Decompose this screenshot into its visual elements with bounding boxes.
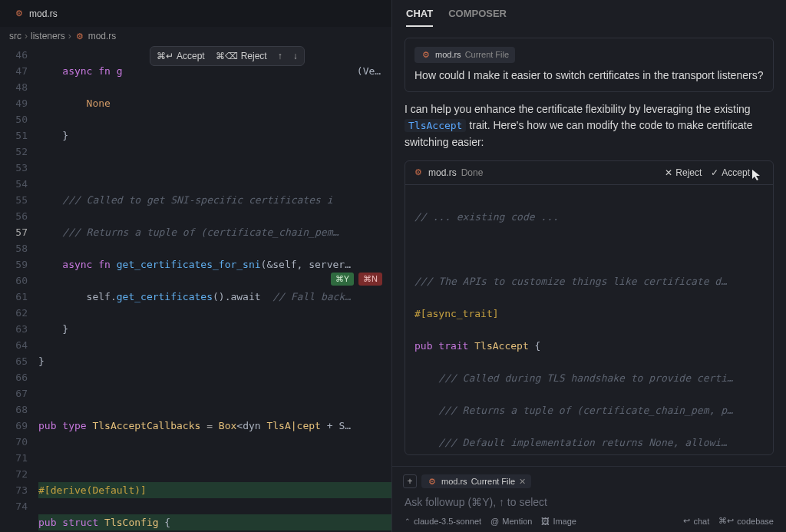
code-editor[interactable]: 46 47 48 49 50 51 52 53 54 55 56 57 58 5… bbox=[0, 45, 391, 532]
inline-diff-toolbar: ⌘↵ Accept ⌘⌫ Reject ↑ ↓ bbox=[150, 46, 305, 66]
editor-tab-bar: ⚙ mod.rs bbox=[0, 0, 391, 27]
code-card-header: ⚙ mod.rs Done ✕ Reject ✓ Accept bbox=[405, 161, 773, 185]
accept-button[interactable]: ✓ Accept bbox=[711, 167, 765, 179]
tab-chat[interactable]: CHAT bbox=[406, 8, 433, 27]
rust-file-icon: ⚙ bbox=[427, 476, 438, 487]
assistant-text: I can help you enhance the certificate f… bbox=[405, 103, 751, 115]
breadcrumb[interactable]: src › listeners › ⚙ mod.rs bbox=[0, 27, 391, 45]
code-card-status: Done bbox=[461, 167, 484, 178]
rust-file-icon: ⚙ bbox=[14, 8, 25, 19]
chat-label: chat bbox=[693, 517, 709, 526]
chat-pane: CHAT COMPOSER ⚙ mod.rs Current File How … bbox=[391, 0, 786, 532]
cursor-icon bbox=[751, 168, 763, 180]
mention-button[interactable]: @ Mention bbox=[490, 517, 532, 526]
accept-label: Accept bbox=[177, 51, 205, 61]
code-text[interactable]: async fn gxxxxxxxxxxxxxxxxxxxxxxxxxxxxxx… bbox=[38, 45, 391, 532]
reject-button[interactable]: ✕ Reject bbox=[665, 167, 702, 178]
codebase-label: codebase bbox=[737, 517, 774, 526]
chevron-right-icon: › bbox=[25, 31, 28, 41]
return-icon: ↩ bbox=[683, 516, 690, 526]
editor-tab[interactable]: ⚙ mod.rs bbox=[6, 4, 65, 24]
assistant-message: I can help you enhance the certificate f… bbox=[405, 101, 774, 151]
chat-tab-bar: CHAT COMPOSER bbox=[392, 0, 786, 27]
chat-body: ⚙ mod.rs Current File How could I make i… bbox=[392, 27, 786, 466]
pill-filename: mod.rs bbox=[435, 48, 461, 61]
code-card-body: // ... existing code ... /// The APIs to… bbox=[405, 185, 773, 455]
accept-button[interactable]: ⌘↵ Accept bbox=[157, 51, 205, 61]
chevron-up-icon: ⌃ bbox=[405, 517, 411, 525]
tab-composer[interactable]: COMPOSER bbox=[448, 8, 507, 27]
pill-suffix: Current File bbox=[471, 477, 515, 486]
chat-input-area: + ⚙ mod.rs Current File ✕ Ask followup (… bbox=[392, 466, 786, 532]
pill-suffix: Current File bbox=[465, 48, 509, 61]
arrow-up-icon[interactable]: ↑ bbox=[278, 51, 282, 61]
model-selector[interactable]: ⌃ claude-3.5-sonnet bbox=[405, 517, 481, 526]
shortcut-label: ⌘↵ bbox=[157, 51, 173, 61]
chat-mode-button[interactable]: ↩ chat bbox=[683, 516, 709, 526]
shortcut-label: ⌘⌫ bbox=[216, 51, 238, 61]
breadcrumb-segment[interactable]: mod.rs bbox=[88, 31, 117, 41]
reject-button[interactable]: ⌘⌫ Reject bbox=[216, 51, 267, 61]
close-icon[interactable]: ✕ bbox=[519, 477, 526, 487]
reject-shortcut-badge[interactable]: ⌘N bbox=[358, 273, 382, 286]
breadcrumb-segment[interactable]: listeners bbox=[31, 31, 65, 41]
input-context-pills: + ⚙ mod.rs Current File ✕ bbox=[403, 474, 775, 488]
breadcrumb-segment[interactable]: src bbox=[9, 31, 21, 41]
editor-pane: ⚙ mod.rs src › listeners › ⚙ mod.rs 46 4… bbox=[0, 0, 391, 532]
context-file-pill[interactable]: ⚙ mod.rs Current File bbox=[414, 47, 515, 63]
mention-label: Mention bbox=[502, 517, 532, 526]
rust-file-icon: ⚙ bbox=[74, 31, 85, 41]
shortcut-icon: ⌘↩ bbox=[718, 516, 734, 526]
model-name: claude-3.5-sonnet bbox=[414, 517, 481, 526]
arrow-down-icon[interactable]: ↓ bbox=[293, 51, 298, 61]
image-label: Image bbox=[553, 517, 576, 526]
code-suggestion-card: ⚙ mod.rs Done ✕ Reject ✓ Accept // bbox=[405, 160, 774, 455]
chat-footer: ⌃ claude-3.5-sonnet @ Mention 🖼 Image ↩ … bbox=[403, 516, 775, 526]
diff-keybind-badges: ⌘Y ⌘N bbox=[331, 273, 382, 286]
context-file-pill[interactable]: ⚙ mod.rs Current File ✕ bbox=[421, 474, 531, 488]
rust-file-icon: ⚙ bbox=[413, 167, 424, 178]
user-message: ⚙ mod.rs Current File How could I make i… bbox=[405, 38, 774, 92]
add-context-button[interactable]: + bbox=[403, 474, 417, 488]
user-question-text: How could I make it easier to switch cer… bbox=[414, 68, 764, 84]
chat-input[interactable]: Ask followup (⌘Y), ↑ to select bbox=[403, 493, 775, 516]
at-icon: @ bbox=[490, 517, 499, 526]
rust-file-icon: ⚙ bbox=[421, 49, 431, 60]
code-card-filename: mod.rs bbox=[428, 167, 457, 178]
codebase-button[interactable]: ⌘↩ codebase bbox=[718, 516, 774, 526]
accept-label: Accept bbox=[722, 167, 750, 178]
image-button[interactable]: 🖼 Image bbox=[541, 517, 576, 526]
close-icon: ✕ bbox=[665, 167, 672, 178]
trait-code-pill: TlsAccept bbox=[405, 119, 466, 132]
reject-label: Reject bbox=[241, 51, 267, 61]
accept-shortcut-badge[interactable]: ⌘Y bbox=[331, 273, 354, 286]
line-number-gutter: 46 47 48 49 50 51 52 53 54 55 56 57 58 5… bbox=[0, 45, 38, 532]
image-icon: 🖼 bbox=[541, 517, 550, 526]
chevron-right-icon: › bbox=[68, 31, 71, 41]
reject-label: Reject bbox=[675, 167, 702, 178]
check-icon: ✓ bbox=[711, 167, 718, 178]
pill-filename: mod.rs bbox=[441, 477, 467, 486]
tab-filename: mod.rs bbox=[29, 8, 58, 19]
